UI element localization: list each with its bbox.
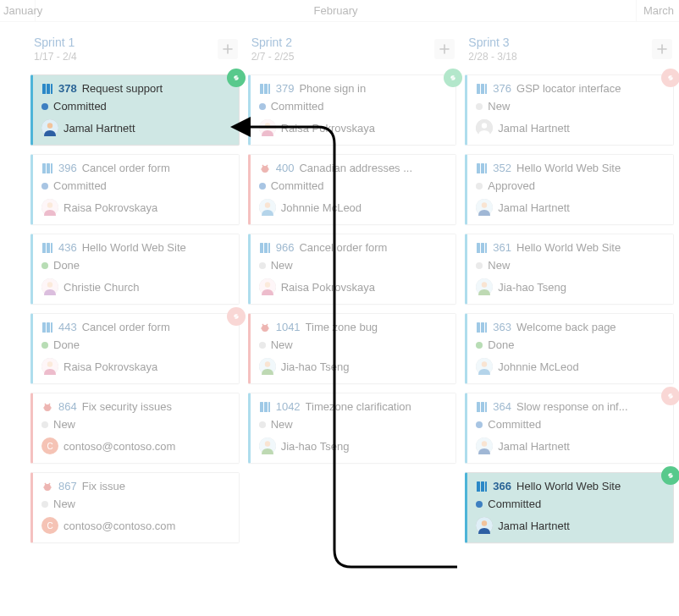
svg-rect-63	[485, 243, 487, 253]
status-dot	[476, 183, 483, 190]
work-item-card[interactable]: 379Phone sign inCommittedRaisa Pokrovska…	[248, 74, 457, 146]
work-item-id[interactable]: 364	[493, 400, 511, 413]
work-item-card[interactable]: 352Hello World Web SiteApprovedJamal Har…	[465, 154, 674, 225]
work-item-id[interactable]: 396	[58, 162, 77, 174]
work-item-id[interactable]: 966	[276, 241, 295, 254]
avatar	[259, 119, 276, 136]
assignee-name: Johnnie McLeod	[281, 201, 362, 214]
work-item-card[interactable]: 363Welcome back pageDoneJohnnie McLeod	[465, 313, 674, 384]
work-item-id[interactable]: 361	[493, 241, 511, 254]
work-item-title[interactable]: Canadian addresses ...	[299, 162, 447, 174]
add-card-button[interactable]	[652, 39, 672, 59]
work-item-title[interactable]: Slow response on inf...	[516, 400, 665, 413]
work-item-card[interactable]: 864Fix security issuesNewCcontoso@contos…	[30, 393, 240, 464]
svg-rect-66	[477, 322, 480, 333]
work-item-card[interactable]: 364Slow response on inf...CommittedJamal…	[465, 393, 674, 464]
sprint-name[interactable]: Sprint 1	[34, 36, 240, 49]
work-item-title[interactable]: Cancel order form	[299, 241, 447, 254]
work-item-id[interactable]: 379	[276, 82, 295, 95]
assignee-name: Raisa Pokrovskaya	[63, 360, 157, 373]
avatar	[259, 437, 276, 454]
work-item-id[interactable]: 864	[58, 400, 77, 413]
work-item-card[interactable]: 376GSP locator interfaceNewJamal Hartnet…	[465, 74, 674, 146]
svg-rect-62	[481, 243, 484, 253]
svg-point-4	[47, 123, 52, 128]
avatar	[476, 278, 493, 295]
work-item-title[interactable]: Time zone bug	[306, 321, 448, 333]
avatar	[41, 199, 58, 216]
work-item-title[interactable]: Cancel order form	[82, 321, 230, 333]
assignee-name: contoso@contoso.com	[63, 440, 175, 453]
work-item-title[interactable]: Fix security issues	[82, 400, 230, 413]
work-item-id[interactable]: 363	[493, 321, 511, 333]
work-item-card[interactable]: 443Cancel order formDoneRaisa Pokrovskay…	[30, 313, 240, 384]
work-item-title[interactable]: GSP locator interface	[516, 82, 665, 95]
work-item-title[interactable]: Timezone clarification	[306, 400, 448, 413]
work-item-card[interactable]: 400Canadian addresses ...CommittedJohnni…	[248, 154, 457, 225]
avatar	[476, 358, 493, 375]
svg-rect-36	[260, 243, 263, 253]
work-item-title[interactable]: Fix issue	[82, 480, 230, 492]
month-bar: January February March	[0, 0, 679, 22]
add-card-button[interactable]	[218, 39, 238, 59]
sprint-name[interactable]: Sprint 2	[251, 36, 457, 49]
avatar	[476, 437, 493, 454]
work-item-title[interactable]: Welcome back page	[516, 321, 665, 333]
sprint-column: Sprint 11/17 - 2/4378Request supportComm…	[30, 27, 240, 552]
link-badge-icon[interactable]	[661, 387, 679, 405]
status-label: New	[271, 338, 293, 351]
avatar	[41, 358, 58, 375]
work-item-card[interactable]: 966Cancel order formNewRaisa Pokrovskaya	[248, 234, 457, 305]
svg-rect-2	[51, 84, 52, 94]
assignee-name: Raisa Pokrovskaya	[281, 122, 375, 135]
work-item-id[interactable]: 436	[58, 241, 77, 254]
work-item-title[interactable]: Hello World Web Site	[516, 241, 665, 254]
assignee-name: Jamal Hartnett	[63, 122, 135, 135]
work-item-title[interactable]: Hello World Web Site	[82, 241, 230, 254]
work-item-id[interactable]: 443	[58, 321, 77, 333]
status-label: New	[488, 100, 510, 113]
add-card-button[interactable]	[434, 39, 455, 59]
work-item-id[interactable]: 867	[58, 480, 77, 492]
work-item-card[interactable]: 867Fix issueNewCcontoso@contoso.com	[30, 472, 240, 543]
sprint-name[interactable]: Sprint 3	[468, 36, 674, 49]
work-item-id[interactable]: 1041	[276, 321, 301, 333]
work-item-title[interactable]: Request support	[82, 82, 230, 95]
work-item-title[interactable]: Phone sign in	[299, 82, 447, 95]
svg-rect-15	[42, 322, 46, 333]
assignee-name: Christie Church	[63, 281, 140, 294]
work-item-id[interactable]: 400	[276, 162, 295, 174]
status-dot	[476, 103, 483, 110]
work-item-title[interactable]: Hello World Web Site	[516, 480, 665, 492]
work-item-id[interactable]: 352	[493, 162, 511, 174]
work-item-id[interactable]: 378	[58, 82, 77, 95]
link-badge-icon[interactable]	[661, 69, 679, 87]
backlog-icon	[41, 322, 53, 333]
work-item-card[interactable]: 361Hello World Web SiteNewJia-hao Tseng	[465, 234, 674, 305]
sprint-header: Sprint 22/7 - 2/25	[248, 27, 457, 74]
work-item-title[interactable]: Hello World Web Site	[516, 162, 665, 174]
avatar: C	[41, 517, 58, 534]
work-item-id[interactable]: 1042	[276, 400, 301, 413]
work-item-card[interactable]: 378Request supportCommittedJamal Hartnet…	[30, 74, 240, 146]
work-item-card[interactable]: 366Hello World Web SiteCommittedJamal Ha…	[465, 472, 674, 543]
work-item-id[interactable]: 376	[493, 82, 511, 95]
link-badge-icon[interactable]	[444, 69, 462, 87]
work-item-card[interactable]: 1042Timezone clarificationNewJia-hao Tse…	[248, 393, 457, 464]
svg-rect-27	[264, 84, 268, 94]
svg-point-14	[47, 282, 52, 287]
work-item-card[interactable]: 1041Time zone bugNewJia-hao Tseng	[248, 313, 457, 384]
status-dot	[259, 183, 266, 190]
link-badge-icon[interactable]	[227, 69, 246, 87]
status-label: Committed	[53, 100, 107, 113]
svg-rect-6	[47, 163, 50, 173]
backlog-icon	[41, 162, 53, 174]
work-item-title[interactable]: Cancel order form	[82, 162, 230, 174]
work-item-id[interactable]: 366	[493, 480, 511, 492]
link-badge-icon[interactable]	[661, 466, 679, 485]
link-badge-icon[interactable]	[227, 307, 246, 326]
work-item-card[interactable]: 396Cancel order formCommittedRaisa Pokro…	[30, 154, 240, 225]
svg-point-20	[44, 404, 51, 411]
month-february: February	[36, 0, 637, 21]
work-item-card[interactable]: 436Hello World Web SiteDoneChristie Chur…	[30, 234, 240, 305]
